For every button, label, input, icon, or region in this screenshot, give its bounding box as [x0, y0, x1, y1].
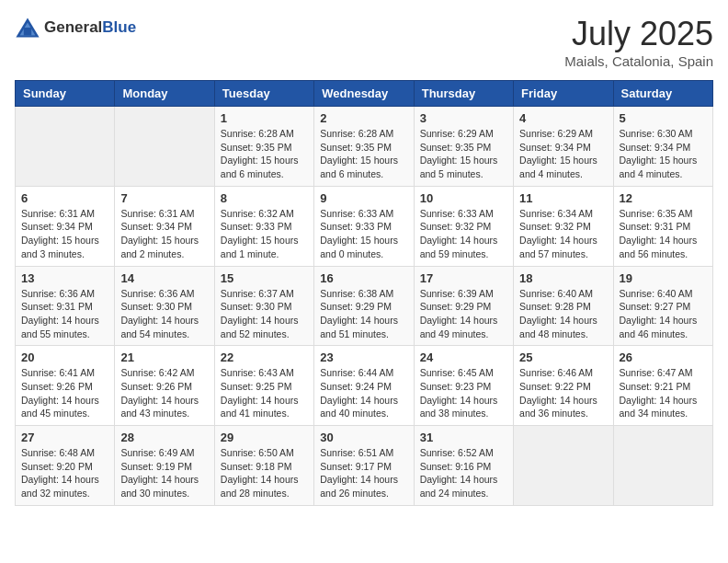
- logo-blue: Blue: [102, 18, 136, 36]
- calendar-week-row: 6Sunrise: 6:31 AM Sunset: 9:34 PM Daylig…: [16, 186, 713, 266]
- cell-content: Sunrise: 6:29 AM Sunset: 9:34 PM Dayligh…: [519, 127, 607, 181]
- calendar-cell: 18Sunrise: 6:40 AM Sunset: 9:28 PM Dayli…: [514, 266, 613, 346]
- cell-content: Sunrise: 6:34 AM Sunset: 9:32 PM Dayligh…: [519, 207, 607, 261]
- day-number: 14: [120, 271, 208, 285]
- month-title: July 2025: [564, 15, 713, 53]
- page-header: GeneralBlue July 2025 Maials, Catalonia,…: [15, 15, 713, 69]
- cell-content: Sunrise: 6:41 AM Sunset: 9:26 PM Dayligh…: [21, 366, 108, 420]
- calendar-week-row: 27Sunrise: 6:48 AM Sunset: 9:20 PM Dayli…: [16, 426, 713, 506]
- calendar-cell: 20Sunrise: 6:41 AM Sunset: 9:26 PM Dayli…: [16, 346, 115, 426]
- calendar-cell: 21Sunrise: 6:42 AM Sunset: 9:26 PM Dayli…: [115, 346, 214, 426]
- day-number: 10: [420, 191, 507, 205]
- day-number: 2: [320, 111, 407, 125]
- calendar-cell: 30Sunrise: 6:51 AM Sunset: 9:17 PM Dayli…: [314, 426, 414, 506]
- cell-content: Sunrise: 6:33 AM Sunset: 9:32 PM Dayligh…: [420, 207, 507, 261]
- calendar-cell: 28Sunrise: 6:49 AM Sunset: 9:19 PM Dayli…: [115, 426, 214, 506]
- cell-content: Sunrise: 6:36 AM Sunset: 9:31 PM Dayligh…: [21, 287, 108, 341]
- cell-content: Sunrise: 6:50 AM Sunset: 9:18 PM Dayligh…: [221, 446, 308, 500]
- day-number: 7: [120, 191, 208, 205]
- calendar-cell: 15Sunrise: 6:37 AM Sunset: 9:30 PM Dayli…: [214, 266, 313, 346]
- cell-content: Sunrise: 6:35 AM Sunset: 9:31 PM Dayligh…: [620, 207, 707, 261]
- day-number: 4: [519, 111, 607, 125]
- calendar-cell: 23Sunrise: 6:44 AM Sunset: 9:24 PM Dayli…: [314, 346, 414, 426]
- day-number: 27: [21, 431, 108, 444]
- day-number: 19: [620, 271, 707, 285]
- calendar-cell: [514, 426, 613, 506]
- cell-content: Sunrise: 6:38 AM Sunset: 9:29 PM Dayligh…: [320, 287, 407, 341]
- day-number: 26: [620, 350, 707, 364]
- weekday-header-friday: Friday: [514, 81, 613, 107]
- cell-content: Sunrise: 6:32 AM Sunset: 9:33 PM Dayligh…: [221, 207, 308, 261]
- calendar-cell: 5Sunrise: 6:30 AM Sunset: 9:34 PM Daylig…: [613, 107, 712, 187]
- calendar-cell: 8Sunrise: 6:32 AM Sunset: 9:33 PM Daylig…: [214, 186, 313, 266]
- cell-content: Sunrise: 6:30 AM Sunset: 9:34 PM Dayligh…: [620, 127, 707, 181]
- cell-content: Sunrise: 6:42 AM Sunset: 9:26 PM Dayligh…: [120, 366, 208, 420]
- calendar-week-row: 20Sunrise: 6:41 AM Sunset: 9:26 PM Dayli…: [16, 346, 713, 426]
- day-number: 6: [21, 191, 108, 205]
- weekday-header-tuesday: Tuesday: [214, 81, 313, 107]
- cell-content: Sunrise: 6:44 AM Sunset: 9:24 PM Dayligh…: [320, 366, 407, 420]
- cell-content: Sunrise: 6:29 AM Sunset: 9:35 PM Dayligh…: [420, 127, 507, 181]
- calendar-cell: 6Sunrise: 6:31 AM Sunset: 9:34 PM Daylig…: [16, 186, 115, 266]
- day-number: 17: [420, 271, 507, 285]
- day-number: 9: [320, 191, 407, 205]
- day-number: 15: [221, 271, 308, 285]
- calendar-cell: 22Sunrise: 6:43 AM Sunset: 9:25 PM Dayli…: [214, 346, 313, 426]
- day-number: 30: [320, 431, 407, 444]
- logo: GeneralBlue: [15, 15, 136, 40]
- day-number: 21: [120, 350, 208, 364]
- weekday-header-thursday: Thursday: [414, 81, 513, 107]
- calendar-cell: 25Sunrise: 6:46 AM Sunset: 9:22 PM Dayli…: [514, 346, 613, 426]
- logo-text: GeneralBlue: [44, 18, 136, 37]
- calendar-cell: 1Sunrise: 6:28 AM Sunset: 9:35 PM Daylig…: [214, 107, 313, 187]
- location-title: Maials, Catalonia, Spain: [564, 53, 713, 69]
- svg-rect-2: [24, 28, 31, 35]
- cell-content: Sunrise: 6:37 AM Sunset: 9:30 PM Dayligh…: [221, 287, 308, 341]
- calendar-table: SundayMondayTuesdayWednesdayThursdayFrid…: [15, 80, 713, 506]
- day-number: 25: [519, 350, 607, 364]
- logo-general: General: [44, 18, 102, 36]
- calendar-cell: [613, 426, 712, 506]
- cell-content: Sunrise: 6:43 AM Sunset: 9:25 PM Dayligh…: [221, 366, 308, 420]
- day-number: 8: [221, 191, 308, 205]
- day-number: 24: [420, 350, 507, 364]
- weekday-header-row: SundayMondayTuesdayWednesdayThursdayFrid…: [16, 81, 713, 107]
- calendar-cell: 14Sunrise: 6:36 AM Sunset: 9:30 PM Dayli…: [115, 266, 214, 346]
- calendar-cell: 26Sunrise: 6:47 AM Sunset: 9:21 PM Dayli…: [613, 346, 712, 426]
- cell-content: Sunrise: 6:36 AM Sunset: 9:30 PM Dayligh…: [120, 287, 208, 341]
- calendar-cell: 12Sunrise: 6:35 AM Sunset: 9:31 PM Dayli…: [613, 186, 712, 266]
- cell-content: Sunrise: 6:31 AM Sunset: 9:34 PM Dayligh…: [21, 207, 108, 261]
- day-number: 20: [21, 350, 108, 364]
- calendar-cell: 11Sunrise: 6:34 AM Sunset: 9:32 PM Dayli…: [514, 186, 613, 266]
- day-number: 12: [620, 191, 707, 205]
- cell-content: Sunrise: 6:40 AM Sunset: 9:27 PM Dayligh…: [620, 287, 707, 341]
- calendar-cell: 7Sunrise: 6:31 AM Sunset: 9:34 PM Daylig…: [115, 186, 214, 266]
- cell-content: Sunrise: 6:49 AM Sunset: 9:19 PM Dayligh…: [120, 446, 208, 500]
- title-block: July 2025 Maials, Catalonia, Spain: [564, 15, 713, 69]
- day-number: 3: [420, 111, 507, 125]
- calendar-cell: 9Sunrise: 6:33 AM Sunset: 9:33 PM Daylig…: [314, 186, 414, 266]
- calendar-cell: 4Sunrise: 6:29 AM Sunset: 9:34 PM Daylig…: [514, 107, 613, 187]
- calendar-cell: [115, 107, 214, 187]
- cell-content: Sunrise: 6:39 AM Sunset: 9:29 PM Dayligh…: [420, 287, 507, 341]
- day-number: 23: [320, 350, 407, 364]
- day-number: 31: [420, 431, 507, 444]
- day-number: 16: [320, 271, 407, 285]
- cell-content: Sunrise: 6:28 AM Sunset: 9:35 PM Dayligh…: [221, 127, 308, 181]
- day-number: 28: [120, 431, 208, 444]
- calendar-week-row: 13Sunrise: 6:36 AM Sunset: 9:31 PM Dayli…: [16, 266, 713, 346]
- calendar-cell: 27Sunrise: 6:48 AM Sunset: 9:20 PM Dayli…: [16, 426, 115, 506]
- calendar-cell: 13Sunrise: 6:36 AM Sunset: 9:31 PM Dayli…: [16, 266, 115, 346]
- day-number: 29: [221, 431, 308, 444]
- weekday-header-sunday: Sunday: [16, 81, 115, 107]
- cell-content: Sunrise: 6:47 AM Sunset: 9:21 PM Dayligh…: [620, 366, 707, 420]
- day-number: 1: [221, 111, 308, 125]
- weekday-header-saturday: Saturday: [613, 81, 712, 107]
- calendar-cell: [16, 107, 115, 187]
- cell-content: Sunrise: 6:48 AM Sunset: 9:20 PM Dayligh…: [21, 446, 108, 500]
- weekday-header-wednesday: Wednesday: [314, 81, 414, 107]
- cell-content: Sunrise: 6:28 AM Sunset: 9:35 PM Dayligh…: [320, 127, 407, 181]
- day-number: 13: [21, 271, 108, 285]
- cell-content: Sunrise: 6:45 AM Sunset: 9:23 PM Dayligh…: [420, 366, 507, 420]
- calendar-cell: 19Sunrise: 6:40 AM Sunset: 9:27 PM Dayli…: [613, 266, 712, 346]
